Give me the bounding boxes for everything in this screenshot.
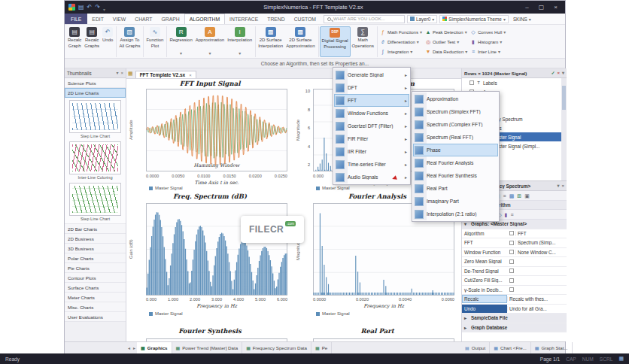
toolbar-icon[interactable]: ⊞ <box>517 193 521 199</box>
checkbox[interactable] <box>507 268 515 273</box>
ribbon-button-2d-surface-approximation[interactable]: ▩ 2D Surface Approximation <box>284 26 318 57</box>
expand-icon[interactable]: ▾ <box>462 221 469 226</box>
chevron-down-icon[interactable] <box>562 71 564 75</box>
bottom-tab[interactable]: ▦ Pe <box>311 342 332 353</box>
property-value[interactable]: None Window C... <box>515 250 567 255</box>
ribbon-button-assign-to-all-graphs[interactable]: ▧ Assign To All Graphs <box>117 26 144 57</box>
menu-item[interactable]: IIR Filter <box>334 145 409 158</box>
menu-item[interactable]: Time-series Filter <box>334 158 409 171</box>
toolbar-icon[interactable]: ▣ <box>524 193 530 199</box>
property-row[interactable]: y-Scale in Decib... <box>462 286 567 296</box>
sidebar-category[interactable]: 3D Business <box>65 244 126 253</box>
property-value[interactable]: Undo for all Gra... <box>507 306 567 311</box>
ribbon-tab[interactable]: INTERFACE <box>225 14 263 24</box>
close-icon[interactable]: × <box>189 73 192 77</box>
ribbon-tab[interactable]: CUSTOM <box>290 14 321 24</box>
ribbon-small-button-outlier-test[interactable]: ◎ Outlier Test <box>425 37 469 47</box>
menu-item[interactable]: DFT <box>334 81 409 94</box>
close-button[interactable]: × <box>550 5 561 11</box>
expand-icon[interactable]: ▸ <box>462 325 469 330</box>
sidebar-category[interactable]: 2D Line Charts <box>65 88 126 98</box>
skins-menu[interactable]: SKINS <box>511 17 533 22</box>
property-row[interactable]: Cut/Zero Fill Sig... <box>462 276 567 286</box>
toolbar-icon[interactable]: ▩ <box>509 193 515 199</box>
toolbar-icon[interactable]: ▮ <box>505 212 508 217</box>
save-icon[interactable]: ▤ <box>78 5 84 11</box>
tab-scroll-right-icon[interactable]: ▸ <box>132 342 137 353</box>
menu-item[interactable]: Audio Signals <box>334 171 409 184</box>
sidebar-category[interactable]: Polar Charts <box>65 253 126 263</box>
submenu-item[interactable]: Spectrum (Real FFT) <box>413 131 498 144</box>
ribbon-button-undo[interactable]: ↶ Undo <box>101 26 117 57</box>
checkbox[interactable] <box>507 241 515 245</box>
bottom-tab[interactable]: ▦ Graphics <box>137 342 172 353</box>
menu-item[interactable]: Generate Signal <box>334 68 409 81</box>
chart-thumbnail[interactable]: Inter-Line Coloring <box>69 141 121 180</box>
submenu-item[interactable]: Interpolation (2:1 ratio) <box>413 208 498 220</box>
chevron-down-icon[interactable] <box>557 184 559 188</box>
document-tab[interactable]: FFT Template V2.sx × <box>135 71 196 78</box>
sidebar-category[interactable]: Surface Charts <box>65 283 126 293</box>
property-row[interactable]: ▸ Graph Database <box>462 323 567 333</box>
theme-select[interactable]: SimplexNumerica Theme <box>439 15 509 23</box>
search-input[interactable]: WHAT ARE YOU LOOK... <box>324 15 405 23</box>
panel-tab[interactable]: ▦ Chart <Fre... <box>490 342 531 353</box>
submenu-item[interactable]: Spectrum (Complex FFT) <box>413 118 498 131</box>
submenu-item[interactable]: Real Fourier Analysis <box>413 156 498 169</box>
property-row[interactable]: ▸ SampleData File <box>462 314 567 323</box>
ribbon-button-approximation[interactable]: A Approximation <box>194 26 226 57</box>
checkbox[interactable] <box>507 259 515 264</box>
property-row[interactable]: Undo Undo for all Gra... <box>462 305 567 314</box>
property-value[interactable]: Spectrum (Simp... <box>515 240 567 245</box>
tab-scroll-left-icon[interactable]: ◂ <box>126 342 132 353</box>
sidebar-category[interactable]: 2D Business <box>65 234 126 244</box>
chart-thumbnail[interactable]: Step Line Chart <box>69 100 121 138</box>
ribbon-button-2d-surface-interpolation[interactable]: ▩ 2D Surface Interpolation <box>257 26 284 57</box>
chart-thumbnail[interactable]: Step Line Chart <box>69 183 121 221</box>
sidebar-category[interactable]: 2D Bar Charts <box>65 224 126 234</box>
ribbon-small-button-differentiation[interactable]: ∂ Differentiation <box>380 37 424 47</box>
sidebar-category[interactable]: Meter Charts <box>65 293 126 302</box>
tab-file[interactable]: FILE <box>65 14 87 24</box>
ribbon-small-button-math-functions[interactable]: ƒ Math Functions <box>380 27 424 37</box>
close-icon[interactable]: × <box>561 184 564 188</box>
menu-item[interactable]: FIR Filter <box>334 132 409 145</box>
menu-item[interactable]: Window Functions <box>334 107 409 120</box>
property-row[interactable]: Window Function None Window C... <box>462 248 567 258</box>
property-value[interactable]: Recalc with thes... <box>507 296 567 302</box>
toolbar-icon[interactable]: ≡ <box>510 212 513 217</box>
bottom-tab[interactable]: ▦ Power Trend [Master] Data <box>172 342 243 353</box>
menu-item[interactable]: FFT <box>334 94 409 107</box>
ribbon-button-function-plot[interactable]: ∿ Function Plot <box>144 26 167 57</box>
checkbox[interactable] <box>507 250 515 254</box>
checkbox[interactable] <box>469 80 474 85</box>
property-row[interactable]: Recalc Recalc with thes... <box>462 295 567 305</box>
property-value[interactable]: FFT <box>515 231 567 236</box>
submenu-item[interactable]: Phase <box>413 144 498 156</box>
ribbon-small-button-convex-hull[interactable]: ◇ Convex Hull <box>470 27 514 37</box>
layer-select[interactable]: Layer0 <box>407 15 437 23</box>
ribbon-button-regression[interactable]: R Regression <box>168 26 193 57</box>
ribbon-small-button-integration[interactable]: ∫ Integration <box>380 47 424 56</box>
ribbon-tab[interactable]: VIEW <box>108 14 130 24</box>
view-mode-icon[interactable]: ▦ <box>618 356 624 362</box>
submenu-item[interactable]: Imaginary Part <box>413 195 498 208</box>
close-icon[interactable]: × <box>557 71 560 75</box>
vertical-scrollbar[interactable] <box>561 78 567 180</box>
sidebar-category[interactable]: Pie Charts <box>65 263 126 273</box>
expand-icon[interactable]: ▸ <box>462 315 469 320</box>
checkbox[interactable] <box>507 287 515 292</box>
submenu-item[interactable]: Approximation <box>413 93 498 105</box>
property-row[interactable]: FFT Spectrum (Simp... <box>462 238 567 248</box>
sidebar-category[interactable]: Science Plots <box>65 78 126 88</box>
toolbar-icon[interactable]: ≡ <box>503 193 506 199</box>
checkbox[interactable] <box>507 231 515 235</box>
ribbon-small-button-inter-line[interactable]: ≡ Inter Line <box>470 47 514 56</box>
minimize-button[interactable]: – <box>521 5 533 11</box>
submenu-item[interactable]: Spectrum (Simplex FFT) <box>413 105 498 118</box>
ribbon-button-math-operations[interactable]: ∑ Math Operations <box>351 26 378 57</box>
ribbon-button-recalc-graphs[interactable]: ▤ Recalc Graphs <box>83 26 101 57</box>
sidebar-category[interactable]: User Evaluations <box>65 312 126 322</box>
ribbon-tab[interactable]: EDIT <box>87 14 108 24</box>
ribbon-tab[interactable]: TREND <box>263 14 289 24</box>
